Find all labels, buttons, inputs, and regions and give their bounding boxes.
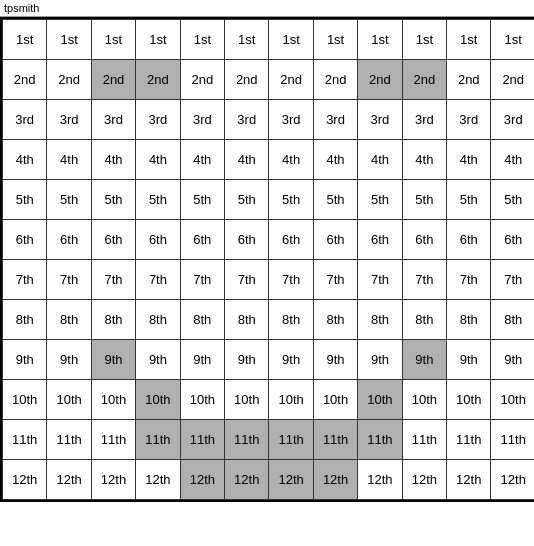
table-cell: 5th xyxy=(91,180,135,220)
table-cell: 6th xyxy=(402,220,446,260)
table-cell: 11th xyxy=(136,420,180,460)
grid-table: 1st1st1st1st1st1st1st1st1st1st1st1st2nd2… xyxy=(2,19,534,500)
table-cell: 1st xyxy=(136,20,180,60)
table-cell: 2nd xyxy=(180,60,224,100)
table-cell: 3rd xyxy=(491,100,534,140)
table-row: 12th12th12th12th12th12th12th12th12th12th… xyxy=(3,460,535,500)
table-cell: 7th xyxy=(91,260,135,300)
table-cell: 5th xyxy=(136,180,180,220)
table-cell: 7th xyxy=(313,260,357,300)
table-cell: 10th xyxy=(447,380,491,420)
table-cell: 5th xyxy=(269,180,313,220)
table-cell: 8th xyxy=(136,300,180,340)
table-cell: 2nd xyxy=(225,60,269,100)
table-cell: 8th xyxy=(47,300,91,340)
table-cell: 11th xyxy=(491,420,534,460)
table-cell: 6th xyxy=(491,220,534,260)
table-row: 2nd2nd2nd2nd2nd2nd2nd2nd2nd2nd2nd2nd xyxy=(3,60,535,100)
table-cell: 3rd xyxy=(269,100,313,140)
table-row: 8th8th8th8th8th8th8th8th8th8th8th8th xyxy=(3,300,535,340)
table-cell: 11th xyxy=(358,420,402,460)
table-row: 10th10th10th10th10th10th10th10th10th10th… xyxy=(3,380,535,420)
table-cell: 4th xyxy=(3,140,47,180)
table-cell: 10th xyxy=(47,380,91,420)
table-cell: 5th xyxy=(3,180,47,220)
table-cell: 11th xyxy=(47,420,91,460)
table-cell: 1st xyxy=(3,20,47,60)
table-cell: 3rd xyxy=(313,100,357,140)
table-cell: 7th xyxy=(447,260,491,300)
table-cell: 12th xyxy=(358,460,402,500)
table-cell: 7th xyxy=(180,260,224,300)
table-cell: 12th xyxy=(447,460,491,500)
table-cell: 3rd xyxy=(136,100,180,140)
table-cell: 12th xyxy=(3,460,47,500)
table-cell: 4th xyxy=(91,140,135,180)
table-cell: 1st xyxy=(47,20,91,60)
table-cell: 3rd xyxy=(402,100,446,140)
table-cell: 2nd xyxy=(491,60,534,100)
table-cell: 6th xyxy=(447,220,491,260)
table-cell: 8th xyxy=(225,300,269,340)
table-cell: 5th xyxy=(402,180,446,220)
table-cell: 11th xyxy=(3,420,47,460)
table-row: 3rd3rd3rd3rd3rd3rd3rd3rd3rd3rd3rd3rd xyxy=(3,100,535,140)
table-cell: 7th xyxy=(269,260,313,300)
table-cell: 6th xyxy=(313,220,357,260)
table-cell: 12th xyxy=(91,460,135,500)
table-cell: 9th xyxy=(269,340,313,380)
table-cell: 11th xyxy=(91,420,135,460)
table-row: 6th6th6th6th6th6th6th6th6th6th6th6th xyxy=(3,220,535,260)
table-cell: 3rd xyxy=(180,100,224,140)
table-cell: 4th xyxy=(313,140,357,180)
table-cell: 10th xyxy=(136,380,180,420)
table-row: 7th7th7th7th7th7th7th7th7th7th7th7th xyxy=(3,260,535,300)
table-cell: 11th xyxy=(313,420,357,460)
table-cell: 2nd xyxy=(3,60,47,100)
table-cell: 10th xyxy=(313,380,357,420)
table-cell: 4th xyxy=(269,140,313,180)
app-title: tpsmith xyxy=(4,2,39,14)
table-cell: 12th xyxy=(402,460,446,500)
table-cell: 11th xyxy=(402,420,446,460)
table-cell: 2nd xyxy=(358,60,402,100)
table-cell: 12th xyxy=(225,460,269,500)
table-cell: 2nd xyxy=(269,60,313,100)
table-cell: 9th xyxy=(491,340,534,380)
table-cell: 4th xyxy=(225,140,269,180)
table-cell: 1st xyxy=(91,20,135,60)
table-cell: 12th xyxy=(491,460,534,500)
table-cell: 8th xyxy=(180,300,224,340)
table-cell: 1st xyxy=(180,20,224,60)
table-cell: 6th xyxy=(91,220,135,260)
table-cell: 12th xyxy=(180,460,224,500)
table-cell: 10th xyxy=(180,380,224,420)
table-cell: 9th xyxy=(47,340,91,380)
table-cell: 12th xyxy=(136,460,180,500)
table-cell: 6th xyxy=(136,220,180,260)
table-cell: 4th xyxy=(358,140,402,180)
table-cell: 7th xyxy=(136,260,180,300)
table-cell: 1st xyxy=(358,20,402,60)
table-cell: 8th xyxy=(491,300,534,340)
table-cell: 7th xyxy=(402,260,446,300)
table-cell: 9th xyxy=(358,340,402,380)
table-cell: 8th xyxy=(91,300,135,340)
table-cell: 2nd xyxy=(136,60,180,100)
table-cell: 4th xyxy=(47,140,91,180)
table-cell: 1st xyxy=(313,20,357,60)
table-cell: 9th xyxy=(447,340,491,380)
table-cell: 7th xyxy=(47,260,91,300)
table-cell: 2nd xyxy=(402,60,446,100)
table-cell: 7th xyxy=(491,260,534,300)
table-cell: 7th xyxy=(225,260,269,300)
table-cell: 8th xyxy=(358,300,402,340)
table-cell: 3rd xyxy=(447,100,491,140)
table-cell: 6th xyxy=(47,220,91,260)
table-cell: 4th xyxy=(180,140,224,180)
table-cell: 4th xyxy=(402,140,446,180)
table-cell: 4th xyxy=(491,140,534,180)
table-cell: 5th xyxy=(225,180,269,220)
table-cell: 9th xyxy=(225,340,269,380)
table-cell: 2nd xyxy=(47,60,91,100)
